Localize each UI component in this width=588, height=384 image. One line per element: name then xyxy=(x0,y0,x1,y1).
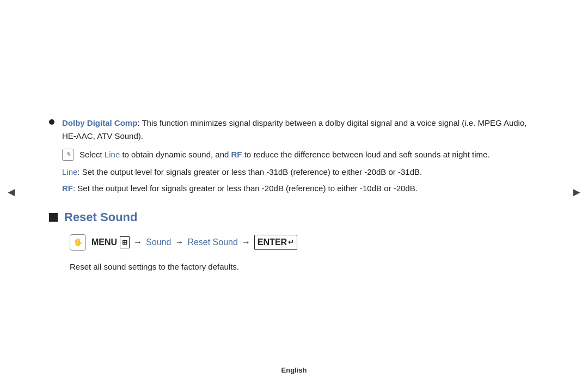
dolby-term: Dolby Digital Comp xyxy=(62,118,137,127)
menu-sound: Sound xyxy=(146,236,171,249)
bullet-item: Dolby Digital Comp: This function minimi… xyxy=(49,117,539,143)
section-header: Reset Sound xyxy=(49,210,539,224)
enter-box: ENTER↵ xyxy=(254,235,297,250)
menu-arrow-3: → xyxy=(242,236,250,249)
enter-label: ENTER xyxy=(258,236,287,249)
enter-icon: ↵ xyxy=(288,237,294,248)
menu-icon-symbol: 🖐 xyxy=(74,237,82,248)
nav-arrow-right[interactable]: ► xyxy=(571,185,583,199)
note-text: Select Line to obtain dynamic sound, and… xyxy=(79,148,490,161)
menu-keyword: MENU xyxy=(91,236,117,249)
footer-language: English xyxy=(281,366,307,374)
note-block: ✎ Select Line to obtain dynamic sound, a… xyxy=(62,148,539,161)
note-prefix: Select xyxy=(79,150,105,159)
nav-arrow-left[interactable]: ◄ xyxy=(5,185,17,199)
rf-desc: : Set the output level for signals great… xyxy=(73,184,418,193)
menu-reset-sound: Reset Sound xyxy=(187,236,238,249)
line-desc: : Set the output level for signals great… xyxy=(77,167,422,176)
footer: English xyxy=(0,366,588,374)
menu-icon: 🖐 xyxy=(70,234,86,251)
content-area: Dolby Digital Comp: This function minimi… xyxy=(27,100,561,284)
bullet-section: Dolby Digital Comp: This function minimi… xyxy=(49,117,539,195)
section-title: Reset Sound xyxy=(64,210,137,224)
menu-arrow-1: → xyxy=(133,236,142,249)
note-icon: ✎ xyxy=(62,149,74,161)
menu-arrow-2: → xyxy=(175,236,183,249)
description-text: Reset all sound settings to the factory … xyxy=(70,260,539,273)
line-label: Line xyxy=(62,167,77,176)
bullet-dot xyxy=(49,119,54,125)
menu-line: 🖐 MENU⊞ → Sound → Reset Sound → ENTER↵ xyxy=(70,234,539,251)
rf-label: RF xyxy=(62,184,73,193)
bullet-text: Dolby Digital Comp: This function minimi… xyxy=(62,117,539,143)
page-container: ◄ ► Dolby Digital Comp: This function mi… xyxy=(0,0,588,384)
note-middle: to obtain dynamic sound, and xyxy=(120,150,231,159)
rf-entry: RF: Set the output level for signals gre… xyxy=(62,182,539,195)
menu-grid-symbol: ⊞ xyxy=(120,236,130,248)
line-entry: Line: Set the output level for signals g… xyxy=(62,166,539,179)
section-square-icon xyxy=(49,213,58,222)
note-rf-label: RF xyxy=(231,150,242,159)
note-line-label: Line xyxy=(105,150,120,159)
note-end: to reduce the difference between loud an… xyxy=(242,150,490,159)
